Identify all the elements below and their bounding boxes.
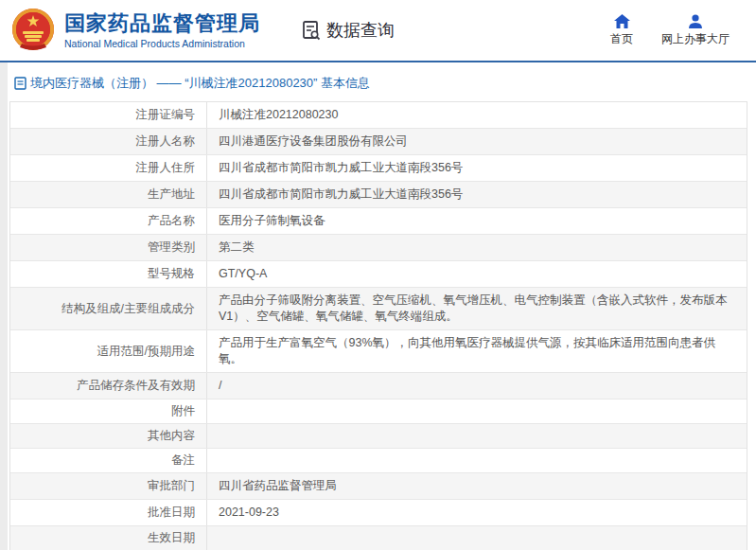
row-label-text: 生效日期 xyxy=(148,531,195,545)
row-value: 医用分子筛制氧设备 xyxy=(207,208,747,234)
row-value-text: 四川省药品监督管理局 xyxy=(219,478,337,494)
document-search-icon xyxy=(300,19,323,42)
row-value: 产品由分子筛吸附分离装置、空气压缩机、氧气增压机、电气控制装置（含嵌入式软件，发… xyxy=(207,288,747,329)
table-row: 注册人住所四川省成都市简阳市凯力威工业大道南段356号 xyxy=(10,154,747,181)
table-row: 备注 xyxy=(10,448,747,472)
header-nav: 首页 网上办事大厅 xyxy=(610,14,730,47)
page-header: 国家药品监督管理局 National Medical Products Admi… xyxy=(0,0,756,62)
row-label-text: 备注 xyxy=(171,453,195,468)
row-value-text: 2021-09-23 xyxy=(219,505,279,521)
row-value-text: 第二类 xyxy=(219,240,255,256)
table-row: 产品储存条件及有效期/ xyxy=(10,372,747,399)
row-value: 四川省成都市简阳市凯力威工业大道南段356号 xyxy=(207,155,747,181)
row-label-text: 附件 xyxy=(171,404,195,418)
row-label-text: 适用范围/预期用途 xyxy=(97,345,195,359)
row-value: / xyxy=(207,373,747,399)
table-row: 注册人名称四川港通医疗设备集团股份有限公司 xyxy=(10,128,747,154)
row-value: 川械注准20212080230 xyxy=(207,102,747,128)
row-value: 产品用于生产富氧空气（93%氧），向其他用氧医疗器械提供气源，按其临床适用范围向… xyxy=(207,330,747,372)
registration-info-table: 注册证编号川械注准20212080230注册人名称四川港通医疗设备集团股份有限公… xyxy=(9,101,747,550)
row-label-text: 注册人名称 xyxy=(136,134,196,149)
row-label-text: 注册证编号 xyxy=(136,108,196,122)
table-row: 注册证编号川械注准20212080230 xyxy=(10,102,747,128)
row-label: 生产地址 xyxy=(10,182,207,207)
breadcrumb: 境内医疗器械（注册） —— “川械注准20212080230” 基本信息 xyxy=(8,62,756,101)
row-label-text: 产品名称 xyxy=(148,214,195,228)
row-label: 审批部门 xyxy=(10,473,207,499)
row-label-text: 生产地址 xyxy=(148,187,195,202)
table-row: 审批部门四川省药品监督管理局 xyxy=(10,472,747,499)
row-value xyxy=(207,424,747,448)
row-value-text: 川械注准20212080230 xyxy=(219,107,338,123)
table-row: 结构及组成/主要组成成分产品由分子筛吸附分离装置、空气压缩机、氧气增压机、电气控… xyxy=(10,287,747,329)
row-value-text: / xyxy=(219,378,221,394)
row-label-text: 产品储存条件及有效期 xyxy=(77,379,195,393)
site-title-en: National Medical Products Administration xyxy=(64,38,260,49)
row-label: 注册人住所 xyxy=(10,155,207,181)
site-title: 国家药品监督管理局 National Medical Products Admi… xyxy=(64,11,260,49)
national-emblem-logo xyxy=(10,8,56,53)
row-label: 产品名称 xyxy=(10,208,207,234)
site-title-cn: 国家药品监督管理局 xyxy=(64,11,260,36)
table-row: 产品名称医用分子筛制氧设备 xyxy=(10,207,747,234)
row-label-text: 结构及组成/主要组成成分 xyxy=(62,302,195,316)
row-value-text: 产品由分子筛吸附分离装置、空气压缩机、氧气增压机、电气控制装置（含嵌入式软件，发… xyxy=(219,293,737,325)
home-icon xyxy=(614,14,630,28)
table-row: 生产地址四川省成都市简阳市凯力威工业大道南段356号 xyxy=(10,181,747,207)
row-value-text: 四川省成都市简阳市凯力威工业大道南段356号 xyxy=(219,160,463,176)
row-value-text: 四川省成都市简阳市凯力威工业大道南段356号 xyxy=(219,186,463,203)
row-label: 批准日期 xyxy=(10,500,207,525)
row-value-text: 产品用于生产富氧空气（93%氧），向其他用氧医疗器械提供气源，按其临床适用范围向… xyxy=(219,335,737,367)
row-label-text: 型号规格 xyxy=(148,267,195,281)
row-label: 生效日期 xyxy=(10,526,207,550)
row-label: 附件 xyxy=(10,399,207,423)
document-icon xyxy=(14,77,26,90)
breadcrumb-text: 境内医疗器械（注册） —— “川械注准20212080230” 基本信息 xyxy=(30,75,370,92)
table-row: 适用范围/预期用途产品用于生产富氧空气（93%氧），向其他用氧医疗器械提供气源，… xyxy=(10,329,747,372)
row-value: 四川省成都市简阳市凯力威工业大道南段356号 xyxy=(207,182,747,207)
content-area: 境内医疗器械（注册） —— “川械注准20212080230” 基本信息 注册证… xyxy=(8,62,756,550)
row-label: 适用范围/预期用途 xyxy=(10,330,207,372)
row-label-text: 注册人住所 xyxy=(136,161,196,175)
row-value-text: 四川港通医疗设备集团股份有限公司 xyxy=(219,133,408,150)
nav-online-hall-label: 网上办事大厅 xyxy=(661,31,730,47)
table-row: 其他内容 xyxy=(10,423,747,448)
row-label-text: 管理类别 xyxy=(148,240,195,255)
data-query-tab[interactable]: 数据查询 xyxy=(300,19,395,42)
row-label: 备注 xyxy=(10,449,207,472)
row-label: 型号规格 xyxy=(10,261,207,287)
row-label-text: 批准日期 xyxy=(148,506,195,520)
table-row: 附件 xyxy=(10,399,747,423)
row-label-text: 其他内容 xyxy=(148,429,195,443)
row-value-text: 医用分子筛制氧设备 xyxy=(219,213,325,229)
row-label: 注册证编号 xyxy=(10,102,207,128)
row-label: 其他内容 xyxy=(10,424,207,448)
row-label: 结构及组成/主要组成成分 xyxy=(10,288,207,329)
row-value: 2021-09-23 xyxy=(207,500,747,525)
row-label: 管理类别 xyxy=(10,235,207,260)
row-label: 产品储存条件及有效期 xyxy=(10,373,207,399)
nav-online-hall[interactable]: 网上办事大厅 xyxy=(661,14,730,47)
table-row: 管理类别第二类 xyxy=(10,234,747,260)
row-value xyxy=(207,399,747,423)
row-label: 注册人名称 xyxy=(10,129,207,154)
row-value: 四川省药品监督管理局 xyxy=(207,473,747,499)
row-value xyxy=(207,526,747,550)
row-value xyxy=(207,449,747,472)
user-icon xyxy=(688,14,703,28)
nav-home-label: 首页 xyxy=(610,31,633,47)
row-value-text: GT/YQ-A xyxy=(219,266,267,282)
data-query-label: 数据查询 xyxy=(326,19,395,42)
row-label-text: 审批部门 xyxy=(148,479,195,493)
table-row: 批准日期2021-09-23 xyxy=(10,499,747,525)
table-row: 型号规格GT/YQ-A xyxy=(10,260,747,287)
row-value: 第二类 xyxy=(207,235,747,260)
row-value: GT/YQ-A xyxy=(207,261,747,287)
table-row: 生效日期 xyxy=(10,525,747,550)
row-value: 四川港通医疗设备集团股份有限公司 xyxy=(207,129,747,154)
nav-home[interactable]: 首页 xyxy=(610,14,633,47)
